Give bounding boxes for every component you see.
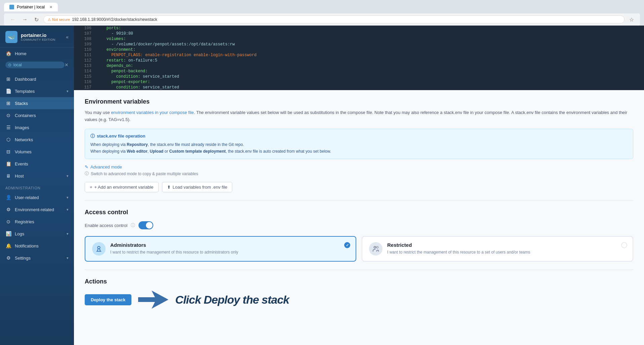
environment-icon: ⚙ [5, 206, 11, 213]
sidebar-item-label: Settings [15, 256, 31, 261]
deploy-stack-button[interactable]: Deploy the stack [85, 294, 131, 305]
env-link[interactable]: environment variables in your compose fi… [111, 110, 194, 115]
nav-back-button[interactable]: ← [8, 16, 17, 23]
logs-icon: 📊 [5, 231, 11, 237]
code-line-113: 113 depends_on: [74, 63, 644, 69]
env-close-button[interactable]: ✕ [65, 62, 69, 68]
arrow-annotation [138, 291, 168, 309]
main-content: 106 ports: 107 - 9010:80 108 volumes: 10… [74, 26, 644, 345]
sidebar-item-notifications[interactable]: 🔔 Notifications [0, 240, 74, 252]
env-name: local [13, 63, 22, 67]
app-layout: 🐳 portainer.io COMMUNITY EDITION « 🏠 Hom… [0, 26, 644, 345]
access-control-toggle[interactable] [138, 221, 153, 229]
chevron-down-icon: ▾ [67, 207, 69, 212]
tab-title: Portainer | local [17, 5, 45, 9]
sidebar-item-label: User-related [15, 195, 39, 200]
sidebar-item-settings[interactable]: ⚙ Settings ▾ [0, 252, 74, 264]
access-cards: Administrators I want to restrict the ma… [85, 236, 633, 262]
sidebar-item-home[interactable]: 🏠 Home [0, 47, 74, 60]
chevron-down-icon: ▾ [67, 174, 69, 178]
tab-close-button[interactable]: ✕ [49, 5, 52, 9]
sidebar-item-label: Images [15, 125, 29, 130]
access-control-title: Access control [85, 209, 633, 216]
actions-section: Actions Deploy the stack Click Deploy th… [74, 270, 644, 322]
advanced-mode-section: ✎ Advanced mode ⓘ Switch to advanced mod… [85, 164, 633, 177]
info-line-2: When deploying via Web editor, Upload or… [90, 148, 628, 155]
browser-tab-active[interactable]: Portainer | local ✕ [4, 3, 58, 11]
administrators-icon [92, 242, 106, 256]
access-control-section: Access control Enable access control ⓘ [74, 201, 644, 270]
dashboard-icon: ⊞ [5, 76, 11, 82]
chevron-down-icon: ▾ [67, 195, 69, 200]
browser-tabs: Portainer | local ✕ [4, 3, 640, 11]
chevron-down-icon: ▾ [67, 89, 69, 93]
env-variables-desc: You may use environment variables in you… [85, 109, 633, 123]
code-line-112: 112 restart: on-failure:5 [74, 58, 644, 63]
svg-marker-4 [138, 291, 168, 309]
restricted-card-title: Restricted [387, 242, 626, 248]
sidebar-item-registries[interactable]: ⊙ Registries [0, 216, 74, 228]
sidebar-item-stacks[interactable]: ⊞ Stacks [0, 97, 74, 109]
tab-favicon [9, 5, 14, 9]
templates-icon: 📄 [5, 88, 11, 94]
sidebar-item-events[interactable]: 📋 Events [0, 158, 74, 170]
sidebar-logo-text: portainer.io COMMUNITY EDITION [21, 33, 55, 41]
sidebar: 🐳 portainer.io COMMUNITY EDITION « 🏠 Hom… [0, 26, 74, 345]
logo-subtitle: COMMUNITY EDITION [21, 38, 55, 41]
info-icon: ⓘ [90, 133, 95, 139]
sidebar-item-user-related[interactable]: 👤 User-related ▾ [0, 191, 74, 203]
sidebar-item-dashboard[interactable]: ⊞ Dashboard [0, 73, 74, 85]
env-variables-section: Environment variables You may use enviro… [74, 90, 644, 200]
sidebar-item-volumes[interactable]: ⊟ Volumes [0, 146, 74, 158]
restricted-card-desc: I want to restrict the management of thi… [387, 249, 626, 255]
restricted-radio[interactable] [621, 242, 627, 248]
advanced-mode-link[interactable]: ✎ Advanced mode [85, 164, 633, 169]
click-deploy-label: Click Deploy the stack [175, 293, 289, 306]
sidebar-item-containers[interactable]: ⊙ Containers [0, 109, 74, 121]
bookmark-button[interactable]: ☆ [627, 16, 636, 24]
sidebar-item-images[interactable]: ☰ Images [0, 121, 74, 133]
sidebar-item-host[interactable]: 🖥 Host ▾ [0, 170, 74, 182]
deploy-area: Deploy the stack Click Deploy the stack [85, 291, 633, 309]
toggle-thumb [146, 222, 153, 229]
enable-access-row: Enable access control ⓘ [85, 221, 633, 229]
code-editor: 106 ports: 107 - 9010:80 108 volumes: 10… [74, 26, 644, 90]
registries-icon: ⊙ [5, 219, 11, 225]
nav-reload-button[interactable]: ↻ [32, 16, 41, 24]
sidebar-item-templates[interactable]: 📄 Templates ▾ [0, 85, 74, 97]
sidebar-item-label: Host [15, 174, 24, 179]
sidebar-item-networks[interactable]: ⬡ Networks [0, 133, 74, 146]
address-bar[interactable]: ⚠ Not secure 192.168.1.18:9000/#!/2/dock… [43, 15, 625, 24]
tooltip-icon: ⓘ [131, 222, 135, 228]
stacks-icon: ⊞ [5, 100, 11, 106]
code-line-116: 116 penpot-exporter: [74, 79, 644, 85]
env-actions: + + Add an environment variable ⬆ Load v… [85, 182, 633, 192]
sidebar-item-label: Networks [15, 137, 33, 142]
svg-point-3 [376, 246, 378, 248]
env-badge[interactable]: ⊙ local [5, 62, 65, 68]
administrators-card-body: Administrators I want to restrict the ma… [110, 242, 349, 255]
restricted-card[interactable]: Restricted I want to restrict the manage… [362, 236, 633, 262]
code-line-115: 115 condition: service_started [74, 74, 644, 79]
sidebar-item-environment-related[interactable]: ⚙ Environment-related ▾ [0, 203, 74, 216]
info-line-1: When deploying via Repository, the stack… [90, 141, 628, 148]
svg-point-2 [374, 246, 376, 248]
administrators-radio[interactable] [344, 242, 350, 248]
add-env-variable-button[interactable]: + + Add an environment variable [85, 182, 159, 192]
sidebar-nav: ⊞ Dashboard 📄 Templates ▾ ⊞ Stacks ⊙ Con… [0, 70, 74, 345]
sidebar-item-logs[interactable]: 📊 Logs ▾ [0, 228, 74, 240]
settings-icon: ⚙ [5, 255, 11, 261]
administrators-card-desc: I want to restrict the management of thi… [110, 249, 349, 255]
load-env-file-button[interactable]: ⬆ Load variables from .env file [162, 182, 233, 192]
sidebar-collapse-button[interactable]: « [66, 34, 69, 40]
events-icon: 📋 [5, 161, 11, 167]
nav-forward-button[interactable]: → [20, 16, 30, 23]
advanced-mode-hint: ⓘ Switch to advanced mode to copy & past… [85, 171, 633, 177]
code-line-106: 106 ports: [74, 26, 644, 31]
info-circle-icon: ⓘ [85, 171, 89, 177]
chevron-down-icon: ▾ [67, 256, 69, 260]
upload-icon: ⬆ [167, 185, 171, 190]
administrators-card[interactable]: Administrators I want to restrict the ma… [85, 236, 356, 262]
sidebar-item-label: Dashboard [15, 77, 36, 82]
sidebar-item-label: Environment-related [15, 207, 54, 212]
